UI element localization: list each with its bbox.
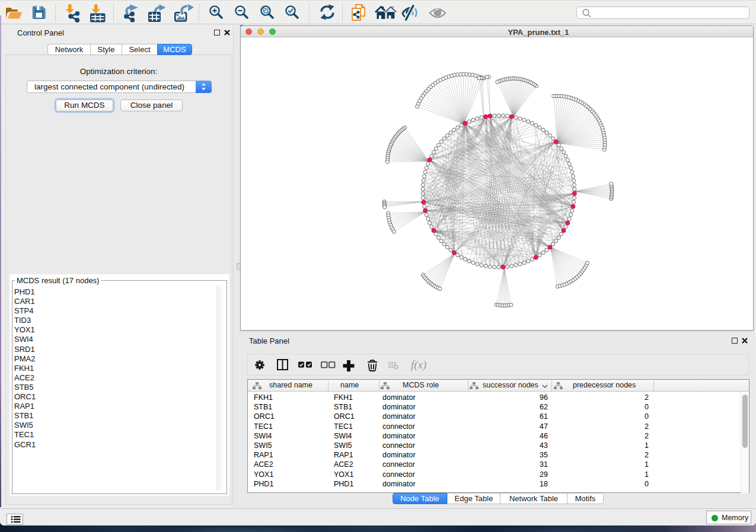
svg-text:f(x): f(x) [411, 358, 426, 371]
